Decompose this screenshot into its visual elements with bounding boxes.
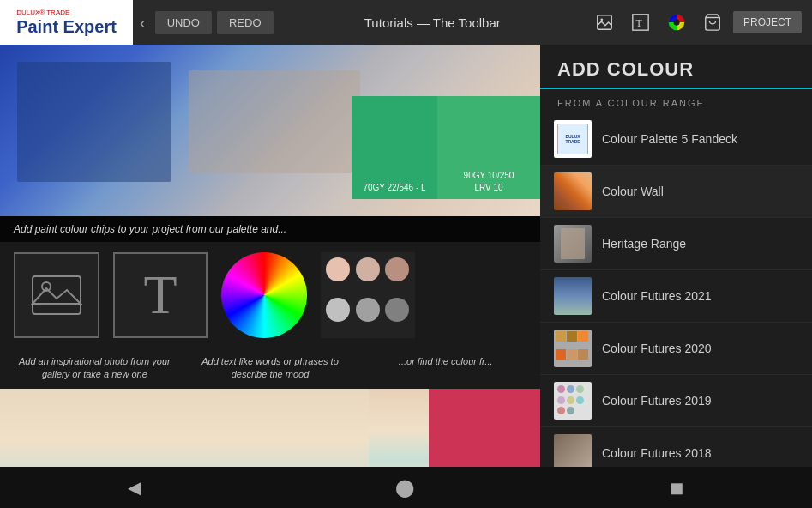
range-name-heritage: Heritage Range [602, 237, 686, 251]
range-thumb-futures2018 [554, 434, 592, 467]
chip1-label: 70GY 22/546 - L [363, 182, 425, 194]
range-thumb-wall [554, 172, 592, 210]
photo-icon-box[interactable] [14, 252, 99, 338]
svg-marker-9 [33, 288, 81, 304]
top-caption: Add paint colour chips to your project f… [0, 216, 540, 242]
recent-nav-icon[interactable]: ◼ [670, 477, 684, 498]
redo-button[interactable]: REDO [217, 11, 274, 34]
back-nav-icon[interactable]: ◀ [128, 477, 141, 498]
range-thumb-fandeck: DULUXTRADE [554, 120, 592, 158]
color-swatches[interactable] [321, 252, 415, 338]
home-nav-icon[interactable]: ⬤ [395, 477, 414, 498]
range-thumb-futures2021 [554, 277, 592, 315]
color-wheel-display[interactable] [221, 252, 307, 338]
toolbar: DULUX® TRADE Paint Expert ‹ UNDO REDO Tu… [0, 0, 812, 45]
t-letter: T [143, 263, 177, 327]
logo: DULUX® TRADE Paint Expert [0, 0, 133, 45]
chip2-code: 90GY 10/250 [464, 170, 514, 182]
text-icon[interactable]: T [625, 7, 656, 38]
add-colour-header: ADD COLOUR [540, 45, 812, 89]
svg-text:T: T [635, 17, 642, 29]
color-chip-2[interactable]: 90GY 10/250 LRV 10 [437, 96, 540, 199]
top-image-strip: 70GY 22/546 - L 90GY 10/250 LRV 10 [0, 45, 540, 216]
add-colour-title: ADD COLOUR [557, 58, 795, 81]
range-name-futures2020: Colour Futures 2020 [602, 342, 712, 355]
range-name-wall: Colour Wall [602, 184, 664, 198]
range-item-heritage[interactable]: Heritage Range [540, 218, 812, 270]
pink-swatch[interactable]: 83RR 23/486 - LRV [429, 389, 540, 467]
caption-text: Add text like words or phrases to descri… [189, 355, 352, 382]
back-chevron[interactable]: ‹ [133, 13, 153, 33]
project-button[interactable]: PROJECT [733, 11, 802, 33]
range-thumb-futures2019 [554, 382, 592, 420]
range-name-futures2019: Colour Futures 2019 [602, 394, 712, 408]
toolbar-icons: T PROJECT [589, 7, 812, 38]
right-panel: ADD COLOUR FROM A COLOUR RANGE DULUXTRAD… [540, 45, 812, 467]
range-name-fandeck: Colour Palette 5 Fandeck [602, 132, 737, 146]
range-item-futures2018[interactable]: Colour Futures 2018 [540, 427, 812, 467]
bottom-nav: ◀ ⬤ ◼ [0, 467, 812, 508]
range-name-futures2021: Colour Futures 2021 [602, 289, 712, 303]
logo-badge: DULUX® TRADE [16, 9, 117, 16]
range-item-wall[interactable]: Colour Wall [540, 166, 812, 218]
svg-rect-0 [598, 15, 612, 30]
range-name-futures2018: Colour Futures 2018 [602, 446, 712, 460]
range-item-futures2019[interactable]: Colour Futures 2019 [540, 375, 812, 427]
bottom-photo: 83RR 23/486 - LRV [0, 389, 540, 467]
from-range-label: FROM A COLOUR RANGE [540, 89, 812, 113]
range-item-futures2020[interactable]: Colour Futures 2020 [540, 323, 812, 375]
svg-point-6 [673, 19, 679, 25]
main-content: 70GY 22/546 - L 90GY 10/250 LRV 10 Add p… [0, 45, 540, 467]
color-chip-1[interactable]: 70GY 22/546 - L [352, 96, 437, 199]
range-list: DULUXTRADE Colour Palette 5 FandeckColou… [540, 113, 812, 467]
range-item-fandeck[interactable]: DULUXTRADE Colour Palette 5 Fandeck [540, 113, 812, 166]
range-thumb-heritage [554, 225, 592, 263]
chip2-lrv: LRV 10 [474, 182, 502, 194]
caption-find: ...or find the colour fr... [364, 355, 526, 382]
color-wheel-icon[interactable] [661, 7, 692, 38]
toolbar-title: Tutorials — The Toolbar [276, 15, 589, 30]
mid-section: T [0, 242, 540, 348]
caption-photo: Add an inspirational photo from your gal… [14, 355, 176, 382]
cart-icon[interactable] [697, 7, 728, 38]
logo-text: Paint Expert [16, 16, 117, 37]
svg-point-1 [600, 18, 603, 21]
image-icon[interactable] [589, 7, 620, 38]
text-icon-box[interactable]: T [113, 252, 208, 338]
range-thumb-futures2020 [554, 330, 592, 367]
undo-button[interactable]: UNDO [155, 11, 212, 34]
range-item-futures2021[interactable]: Colour Futures 2021 [540, 270, 812, 323]
mid-captions: Add an inspirational photo from your gal… [0, 348, 540, 389]
